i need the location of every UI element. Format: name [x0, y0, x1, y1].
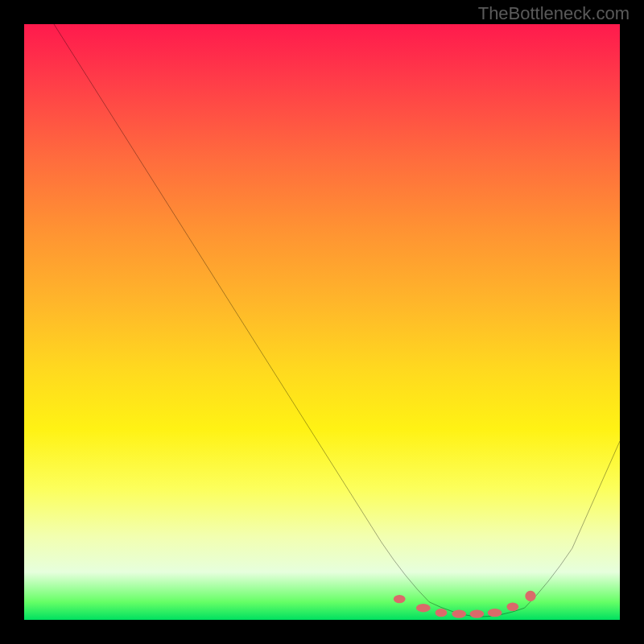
- chart-background-gradient: [24, 24, 620, 620]
- watermark-text: TheBottleneck.com: [478, 3, 630, 24]
